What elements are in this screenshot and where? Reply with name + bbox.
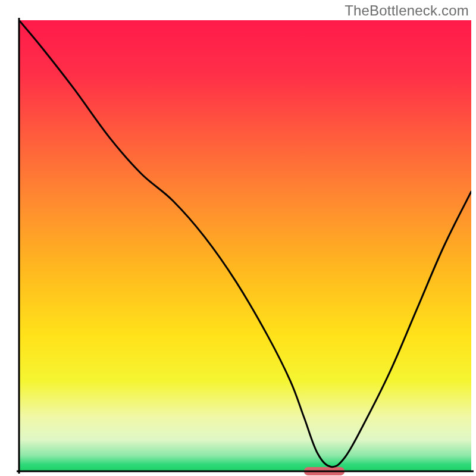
bottleneck-chart xyxy=(0,0,476,476)
gradient-background xyxy=(19,20,471,471)
chart-container: { "watermark": "TheBottleneck.com", "gra… xyxy=(0,0,476,476)
watermark-text: TheBottleneck.com xyxy=(345,2,469,19)
